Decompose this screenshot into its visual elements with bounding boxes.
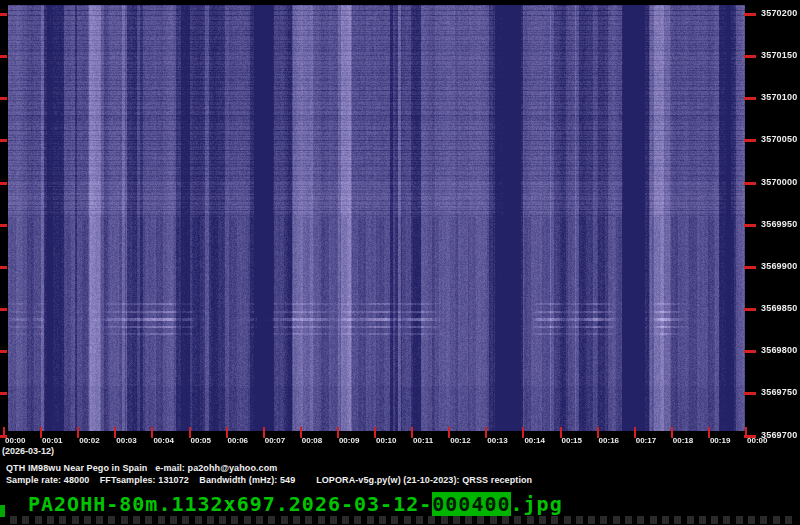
dot [687,516,694,524]
freq-tick [0,392,7,395]
dot [35,516,42,524]
dot [145,516,152,524]
dot [108,516,115,524]
freq-tick [744,392,756,395]
dot [305,516,312,524]
dot [244,516,251,524]
freq-tick [0,139,7,142]
freq-tick [744,266,756,269]
dot [600,516,607,524]
dot [539,516,546,524]
dot [342,516,349,524]
time-tick-label: 00:08 [302,436,322,445]
dot [527,516,534,524]
time-tick-label: 00:00 [5,436,25,445]
dot [404,516,411,524]
time-tick-label: 00:02 [79,436,99,445]
filename-prefix: PA2OHH-80m.1132x697.2026-03-12- [28,492,432,516]
time-tick-label: 00:10 [376,436,396,445]
freq-tick [744,224,756,227]
freq-tick [0,97,7,100]
freq-tick-label: 3569750 [761,387,797,397]
dot [453,516,460,524]
freq-tick [744,308,756,311]
dot [158,516,165,524]
dot [10,516,17,524]
dot [699,516,706,524]
freq-tick [0,182,7,185]
bottom-dot-strip [0,515,800,525]
freq-tick [0,266,7,269]
freq-tick [0,350,7,353]
qrss-grabber-image: (2026-03-12) QTH IM98wu Near Pego in Spa… [0,0,800,525]
dot [293,516,300,524]
dot [330,516,337,524]
time-tick-label: 00:19 [710,436,730,445]
freq-tick-label: 3569800 [761,345,797,355]
dot [588,516,595,524]
dot [490,516,497,524]
dot [170,516,177,524]
freq-tick-label: 3570150 [761,50,797,60]
dot [428,516,435,524]
freq-tick-label: 3570100 [761,92,797,102]
dot [256,516,263,524]
freq-tick [0,224,7,227]
dot [47,516,54,524]
dot [760,516,767,524]
freq-tick-label: 3570050 [761,134,797,144]
dot [711,516,718,524]
time-tick-label: 00:13 [487,436,507,445]
freq-tick-label: 3570200 [761,8,797,18]
dot [379,516,386,524]
time-tick-label: 00:15 [562,436,582,445]
time-tick-label: 00:18 [673,436,693,445]
dot [182,516,189,524]
dot [268,516,275,524]
filename-suffix: .jpg [511,492,563,516]
dot [551,516,558,524]
dot [318,516,325,524]
freq-tick [744,55,756,58]
dot [613,516,620,524]
freq-tick-label: 3570000 [761,177,797,187]
dot [84,516,91,524]
freq-tick-label: 3569850 [761,303,797,313]
station-info-line: QTH IM98wu Near Pego in Spain e-mail: pa… [6,463,277,473]
dot [59,516,66,524]
time-tick-label: 00:03 [116,436,136,445]
dot [662,516,669,524]
dot [96,516,103,524]
filename-text: PA2OHH-80m.1132x697.2026-03-12-000400.jp… [28,492,563,516]
time-tick-label: 00:05 [191,436,211,445]
dot [441,516,448,524]
time-tick-label: 00:01 [42,436,62,445]
time-tick-label: 00:16 [599,436,619,445]
freq-tick [744,97,756,100]
dot [133,516,140,524]
dot [477,516,484,524]
dot [576,516,583,524]
freq-tick-label: 3569900 [761,261,797,271]
freq-tick-label: 3569950 [761,219,797,229]
dot [674,516,681,524]
time-tick-label: 00:07 [265,436,285,445]
freq-tick [744,13,756,16]
time-tick-label: 00:09 [339,436,359,445]
dot [367,516,374,524]
settings-info-line: Sample rate: 48000 FFTsamples: 131072 Ba… [6,475,532,485]
dot [748,516,755,524]
time-tick-label: 00:11 [413,436,433,445]
corner-green-block [0,505,5,517]
dot [625,516,632,524]
time-tick-label: 00:14 [524,436,544,445]
time-tick-label: 00:00 [747,436,767,445]
dot [121,516,128,524]
freq-tick [0,13,7,16]
time-tick-label: 00:12 [450,436,470,445]
dot [465,516,472,524]
date-label: (2026-03-12) [2,446,54,456]
dot [231,516,238,524]
dot [195,516,202,524]
dot [514,516,521,524]
